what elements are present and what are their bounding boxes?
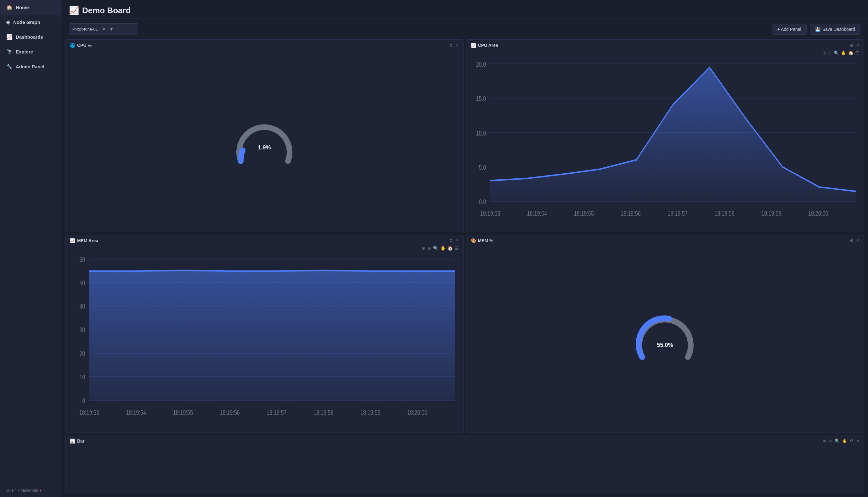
cpu-gauge-panel-header: 🌐 CPU % ⚙ ✕ [66,40,463,50]
mem-area-settings-icon[interactable]: ⚙ [449,238,453,243]
bar-zoom-select-icon[interactable]: 🔍 [835,439,840,443]
mem-gauge-widget: 55.0% [633,307,697,370]
menu-icon[interactable]: ☰ [855,50,859,55]
sidebar-item-node-graph[interactable]: ◈ Node Graph [0,15,61,30]
dashboard-icon: 📈 [69,6,79,15]
cpu-gauge-panel-title: 🌐 CPU % [70,43,92,48]
zoom-select-icon[interactable]: 🔍 [834,50,839,55]
mem-zoom-in-icon[interactable]: ⊕ [422,246,425,251]
admin-icon: 🔧 [6,63,13,70]
svg-text:18:20:00: 18:20:00 [808,209,828,217]
svg-text:10.0: 10.0 [476,129,486,137]
mem-area-close-icon[interactable]: ✕ [456,238,459,243]
cpu-gauge-svg: 1.9% [233,109,296,172]
svg-text:20: 20 [79,350,85,357]
page-title: 📈 Demo Board [69,6,860,15]
svg-text:18:19:54: 18:19:54 [527,209,547,217]
explore-icon: 🔭 [6,49,13,55]
reset-icon[interactable]: 🏠 [848,50,854,55]
svg-text:18:19:53: 18:19:53 [480,209,500,217]
filter-dropdown-button[interactable]: ▾ [109,26,114,33]
cpu-gauge-panel: 🌐 CPU % ⚙ ✕ 1.9% [65,39,464,232]
mem-reset-icon[interactable]: 🏠 [448,246,453,251]
bar-panel: 📊 Bar ⊕ ⊖ 🔍 ✋ ⚙ ✕ [65,435,864,493]
bar-panel-header: 📊 Bar ⊕ ⊖ 🔍 ✋ ⚙ ✕ [66,435,864,445]
svg-text:5.0: 5.0 [479,163,486,171]
cpu-gauge-widget: 1.9% [233,109,296,172]
node-graph-icon: ◈ [6,19,10,25]
mem-area-chart: 60 50 40 30 20 10 0 [66,252,463,432]
svg-text:18:19:53: 18:19:53 [79,408,99,416]
bar-zoom-out-icon[interactable]: ⊖ [829,439,832,443]
pan-icon[interactable]: ✋ [841,50,846,55]
bar-zoom-in-icon[interactable]: ⊕ [823,439,826,443]
sidebar-item-dashboards[interactable]: 📈 Dashboards [0,30,61,44]
svg-text:18:19:56: 18:19:56 [220,408,240,416]
mem-gauge-panel: 🎨 MEM % ⚙ ✕ 55.0% [466,235,865,432]
bar-controls: ⊕ ⊖ 🔍 ✋ ⚙ ✕ [823,439,859,443]
mem-area-panel-header: 📈 MEM Area ⚙ ✕ [66,235,463,245]
zoom-in-icon[interactable]: ⊕ [822,50,826,55]
mem-zoom-select-icon[interactable]: 🔍 [433,246,438,251]
cpu-gauge-settings-icon[interactable]: ⚙ [449,43,453,48]
filter-actions: ✕ ▾ [100,26,114,33]
mem-area-chart-toolbar: ⊕ ⊖ 🔍 ✋ 🏠 ☰ [66,245,463,252]
mem-gauge-settings-icon[interactable]: ⚙ [850,238,854,243]
mem-gauge-panel-title: 🎨 MEM % [471,238,493,243]
sidebar-item-label: Node Graph [13,19,40,25]
svg-text:15.0: 15.0 [476,95,486,102]
svg-marker-33 [89,270,455,400]
mem-gauge-panel-header: 🎨 MEM % ⚙ ✕ [466,235,864,245]
toolbar: kf-opt-tuna-01 ✕ ▾ + Add Panel 💾 Save Da… [61,19,868,39]
svg-text:18:19:58: 18:19:58 [313,408,334,416]
bar-close-icon[interactable]: ✕ [856,439,859,443]
svg-text:18:19:59: 18:19:59 [761,209,781,217]
svg-text:18:19:59: 18:19:59 [360,408,380,416]
filter-clear-button[interactable]: ✕ [100,26,107,33]
home-icon: 🏠 [6,4,13,10]
sidebar-item-label: Home [16,5,29,10]
mem-area-controls: ⚙ ✕ [449,238,459,243]
mem-gauge-title-icon: 🎨 [471,238,476,243]
sidebar-footer: v0.1.4 – Made with ♥ [0,484,61,497]
cpu-area-chart-toolbar: ⊕ ⊖ 🔍 ✋ 🏠 ☰ [466,50,864,57]
mem-gauge-value-text: 55.0% [657,342,673,349]
bar-panel-title: 📊 Bar [70,439,84,443]
main-content: 📈 Demo Board kf-opt-tuna-01 ✕ ▾ + Add Pa… [61,0,868,497]
svg-text:18:20:00: 18:20:00 [407,408,428,416]
mem-pan-icon[interactable]: ✋ [440,246,446,251]
svg-text:18:19:57: 18:19:57 [668,209,688,217]
svg-text:0.0: 0.0 [479,198,486,206]
cpu-area-controls: ⚙ ✕ [850,43,859,48]
svg-text:18:19:57: 18:19:57 [267,408,287,416]
add-panel-button[interactable]: + Add Panel [772,24,807,34]
svg-text:20.0: 20.0 [476,60,486,68]
cpu-gauge-value-text: 1.9% [258,144,271,151]
sidebar-item-label: Explore [16,49,33,54]
filter-value: kf-opt-tuna-01 [72,27,98,31]
cpu-area-close-icon[interactable]: ✕ [856,43,859,48]
sidebar-item-admin-panel[interactable]: 🔧 Admin Panel [0,59,61,74]
save-dashboard-button[interactable]: 💾 Save Dashboard [810,24,860,34]
cpu-area-settings-icon[interactable]: ⚙ [850,43,854,48]
mem-gauge-controls: ⚙ ✕ [850,238,859,243]
mem-gauge-close-icon[interactable]: ✕ [856,238,859,243]
cpu-gauge-controls: ⚙ ✕ [449,43,459,48]
sidebar-item-label: Admin Panel [16,64,44,69]
cpu-gauge-close-icon[interactable]: ✕ [456,43,459,48]
svg-text:18:19:55: 18:19:55 [173,408,193,416]
cpu-area-panel: 📈 CPU Area ⚙ ✕ ⊕ ⊖ 🔍 ✋ 🏠 ☰ [466,39,865,232]
zoom-out-icon[interactable]: ⊖ [828,50,832,55]
mem-menu-icon[interactable]: ☰ [455,246,459,251]
sidebar-item-explore[interactable]: 🔭 Explore [0,44,61,59]
svg-text:40: 40 [79,302,85,310]
svg-text:10: 10 [79,373,85,381]
mem-area-svg: 60 50 40 30 20 10 0 [69,252,460,429]
sidebar-item-home[interactable]: 🏠 Home [0,0,61,15]
mem-zoom-out-icon[interactable]: ⊖ [428,246,431,251]
bar-pan-icon[interactable]: ✋ [842,439,847,443]
svg-text:18:19:56: 18:19:56 [621,209,641,217]
bar-settings-icon[interactable]: ⚙ [850,439,854,443]
cpu-area-svg: 20.0 15.0 10.0 5.0 0.0 [470,57,861,229]
svg-text:0: 0 [82,396,85,404]
